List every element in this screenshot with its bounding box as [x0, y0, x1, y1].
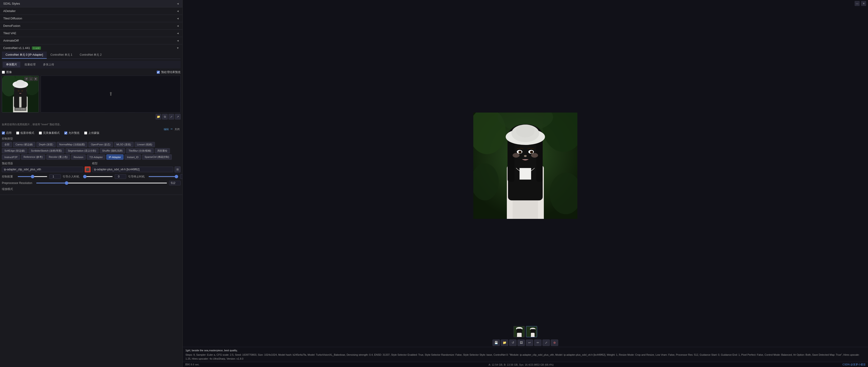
upload-mask-checkbox[interactable]: 上传蒙版	[84, 131, 99, 135]
ctrl-t2i[interactable]: T2I-Adapter	[87, 155, 105, 160]
model-explode-btn[interactable]: ⊞	[175, 166, 181, 172]
ctrl-segmentation[interactable]: Segmentation (语义分割)	[65, 148, 99, 154]
preprocessor-select[interactable]: ip-adapter_clip_sdxl_plus_vith	[2, 167, 83, 172]
action-img-btn[interactable]: 🖼	[518, 339, 525, 346]
open-edit-label: 开启绘制	[14, 107, 26, 111]
top-minimize-btn[interactable]: —	[855, 1, 860, 6]
checkbox-row: 启用 低显存模式 完美像素模式 允许预览 上传蒙版	[2, 131, 181, 135]
ctrl-depth[interactable]: Depth (深度)	[36, 142, 56, 147]
svg-rect-49	[517, 333, 522, 337]
svg-point-39	[520, 151, 521, 153]
close-link[interactable]: 关闭	[175, 128, 180, 131]
edit-link[interactable]: 编辑	[164, 128, 169, 131]
tab-unit-0[interactable]: ControlNet 单元 0 [IP-Adapter]	[2, 52, 47, 59]
prompt-text: 1girl, beside the sea,masterpiece, best …	[185, 348, 865, 353]
ctrl-normalmap[interactable]: NormalMap (法线贴图)	[57, 142, 87, 147]
ctrl-openpose[interactable]: OpenPose (姿态)	[88, 142, 113, 147]
model-select[interactable]: ip-adapter-plus_sdxl_vit-h [bc449f62]	[92, 167, 174, 172]
tiled-vae-label: Tiled VAE	[3, 31, 16, 35]
sdxl-styles-arrow: ◄	[177, 2, 179, 5]
right-top-bar: — ✕	[183, 0, 868, 7]
control-weight-number[interactable]: 1	[49, 174, 61, 179]
ctrl-lineart[interactable]: Lineart (线稿)	[134, 142, 155, 147]
pixel-perfect-checkbox[interactable]: 完美像素模式	[39, 131, 60, 135]
tab-unit-2[interactable]: ControlNet 单元 2	[76, 52, 105, 59]
preprocess-res-slider[interactable]	[36, 182, 167, 184]
rotate-btn[interactable]: ↺	[24, 77, 28, 81]
ctrl-sparse[interactable]: SparseCtrl (稀疏控制)	[142, 155, 172, 160]
unit-tabs: ControlNet 单元 0 [IP-Adapter] ControlNet …	[2, 52, 181, 59]
enable-checkbox[interactable]: 启用	[2, 131, 11, 135]
thumbnail-strip	[183, 325, 868, 339]
expand-btn[interactable]: ⤢	[168, 114, 174, 120]
ctrl-scribble[interactable]: Scribble/Sketch (涂鸦/草图)	[28, 148, 64, 154]
ctrl-canny[interactable]: Canny (硬边缘)	[13, 142, 35, 147]
animatediff-section[interactable]: AnimateDiff ◄	[0, 37, 182, 44]
uploaded-image-svg	[2, 76, 39, 112]
svg-rect-44	[520, 168, 531, 179]
action-save-btn[interactable]: 💾	[493, 339, 500, 346]
time-text: 用时:8.6 sec.	[185, 363, 200, 366]
ctrl-mlsd[interactable]: MLSD (直线)	[114, 142, 134, 147]
image-checkbox[interactable]	[2, 71, 5, 74]
action-refresh-btn[interactable]: ↺	[509, 339, 517, 346]
preprocess-res-label: Preprocessor Resolution	[2, 181, 34, 185]
sub-tab-single[interactable]: 单张图片	[3, 62, 20, 67]
low-vram-checkbox[interactable]: 低显存模式	[16, 131, 34, 135]
controlnet-header[interactable]: ControlNet v1.1.441 1 unit ▼	[0, 44, 182, 52]
allow-preview-checkbox[interactable]: 允许预览	[64, 131, 80, 135]
prompt-info: 1girl, beside the sea,masterpiece, best …	[183, 347, 868, 362]
top-close-btn[interactable]: ✕	[861, 1, 866, 6]
action-undo-btn[interactable]: ↩	[526, 339, 533, 346]
ctrl-ip-adapter[interactable]: IP-Adapter	[106, 155, 124, 160]
ctrl-softedge[interactable]: SoftEdge (软边缘)	[2, 148, 28, 154]
ctrl-instant-id[interactable]: Instant_ID	[124, 155, 141, 160]
ctrl-recolor[interactable]: Recolor (重上色)	[46, 155, 70, 160]
guidance-start-slider[interactable]	[83, 176, 113, 177]
action-expand-btn[interactable]: ⤢	[542, 339, 550, 346]
demofusion-section[interactable]: DemoFusion ◄	[0, 22, 182, 30]
copy-btn[interactable]: ⧉	[162, 114, 167, 120]
preprocessor-refresh-btn[interactable]: ⬛	[85, 166, 91, 172]
vram-status: A: 12.54 GB, B: 13.56 GB, Sys: 16.4/23.9…	[489, 363, 554, 366]
generated-image	[473, 112, 577, 219]
ctrl-shuffle[interactable]: Shuffle (随机洗牌)	[100, 148, 125, 154]
preprocess-res-number[interactable]: 512	[169, 181, 181, 185]
ctrl-revision[interactable]: Revision	[71, 155, 86, 160]
guidance-start-number[interactable]: 0	[115, 174, 126, 179]
ctrl-tile[interactable]: Tile/Blur (分块/模糊)	[126, 148, 154, 154]
ctrl-instructp2p[interactable]: InstructP2P	[2, 155, 20, 160]
folder-btn[interactable]: 📁	[156, 114, 161, 120]
sub-tab-batch[interactable]: 批量处理	[21, 62, 39, 67]
preprocessor-col-label: 预处理器	[2, 162, 91, 165]
animatediff-arrow: ◄	[177, 39, 179, 42]
preview-checkbox-input[interactable]	[157, 71, 160, 74]
sdxl-styles-section[interactable]: SDXL Styles ◄	[0, 0, 182, 7]
upload-area[interactable]: ⬆	[41, 75, 181, 112]
ctrl-all[interactable]: 全部	[2, 142, 12, 147]
guidance-end-slider[interactable]	[149, 176, 178, 177]
action-send-btn[interactable]: ⊛	[551, 339, 558, 346]
tiled-diffusion-section[interactable]: Tiled Diffusion ◄	[0, 15, 182, 22]
image-preview-box[interactable]: 开启绘制 ↺ ↔ ✕	[2, 75, 39, 112]
tiled-vae-section[interactable]: Tiled VAE ◄	[0, 30, 182, 37]
clear-image-btn[interactable]: ✕	[33, 77, 38, 81]
ctrl-inpaint[interactable]: 局部重绘	[155, 148, 170, 154]
sdxl-styles-label: SDXL Styles	[3, 2, 20, 5]
thumb-0[interactable]	[514, 326, 525, 337]
thumb-1[interactable]	[526, 326, 537, 337]
ctrl-reference[interactable]: Reference (参考)	[21, 155, 45, 160]
adetailer-label: ADetailer	[3, 9, 16, 13]
control-weight-slider[interactable]	[18, 176, 48, 177]
adetailer-section[interactable]: ADetailer ◄	[0, 7, 182, 15]
controlnet-header-left: ControlNet v1.1.441 1 unit	[3, 46, 41, 50]
tab-unit-1[interactable]: ControlNet 单元 1	[47, 52, 76, 59]
flip-btn[interactable]: ↔	[29, 77, 33, 81]
sub-tab-multi[interactable]: 多张上传	[40, 62, 57, 67]
svg-point-40	[531, 151, 532, 153]
guidance-end-number[interactable]: 1	[180, 174, 183, 179]
send-img-btn[interactable]: ↗	[175, 114, 181, 120]
action-folder-btn[interactable]: 📁	[501, 339, 508, 346]
svg-point-34	[516, 125, 534, 137]
action-brush-btn[interactable]: ✏	[534, 339, 541, 346]
